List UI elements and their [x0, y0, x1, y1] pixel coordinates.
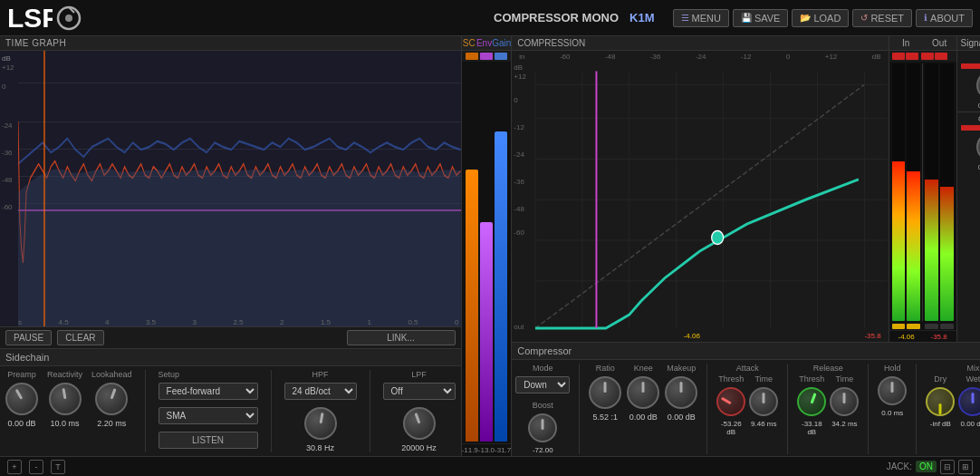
out-r-bar — [940, 63, 954, 321]
attack-time-group: Time 9.46 ms — [749, 374, 778, 436]
signal-output-group: Output 0.00 dB — [957, 112, 980, 173]
y-label-0: 0 — [2, 83, 5, 91]
out-peak-label: -35.8 — [924, 333, 955, 341]
out-l-fill — [925, 180, 938, 321]
comp-bottom-labels: -4.06 -35.8 — [512, 332, 888, 340]
plugin-mode: K1M — [629, 11, 654, 24]
menu-button[interactable]: ☰ MENU — [673, 9, 729, 27]
preamp-knob[interactable] — [5, 383, 38, 415]
text-icon[interactable]: T — [51, 460, 65, 474]
io-meters-section: In Out — [889, 36, 956, 342]
about-button[interactable]: ℹ ABOUT — [916, 9, 973, 27]
out-l-indicator — [921, 53, 934, 60]
time-graph-header: TIME GRAPH — [0, 36, 461, 51]
hpf-knob[interactable] — [304, 407, 337, 440]
release-time-knob[interactable] — [830, 387, 859, 416]
in-peak-val: -4.06 — [684, 332, 700, 340]
attack-thresh-knob[interactable] — [716, 387, 745, 416]
knee-knob[interactable] — [627, 376, 659, 409]
release-time-value: 34.2 ms — [831, 420, 857, 428]
preamp-value: 0.00 dB — [7, 419, 35, 428]
y-label-36: -36 — [2, 149, 13, 157]
input-value: 0.00 dB — [961, 102, 980, 110]
time-graph-panel: TIME GRAPH dB +12 0 -24 -36 -48 -60 — [0, 36, 461, 348]
gain-indicator — [495, 53, 507, 60]
lookahead-knob[interactable] — [95, 383, 128, 415]
makeup-knob[interactable] — [665, 376, 697, 409]
knee-value: 0.00 dB — [629, 413, 658, 422]
out-l-bar — [925, 63, 938, 321]
load-button[interactable]: 📂 LOAD — [792, 9, 849, 27]
output-knob[interactable] — [976, 132, 980, 161]
link-button[interactable]: LINK... — [347, 330, 456, 345]
graph-controls: PAUSE CLEAR LINK... — [0, 326, 461, 348]
io-divider — [919, 53, 920, 60]
lpf-label: LPF — [411, 370, 427, 379]
time-graph-canvas[interactable]: dB +12 0 -24 -36 -48 -60 — [0, 51, 461, 326]
lpf-slope-select[interactable]: Off — [383, 383, 456, 400]
input-knob[interactable] — [976, 71, 980, 100]
hpf-slope-select[interactable]: 24 dB/oct — [284, 383, 357, 400]
wet-knob[interactable] — [958, 387, 980, 416]
boost-knob[interactable] — [528, 413, 557, 442]
comp-div3 — [787, 364, 788, 454]
io-values: -4.06 -35.8 — [889, 330, 956, 342]
in-l-indicator — [892, 53, 905, 60]
in-l-peak — [892, 324, 906, 329]
makeup-label: Makeup — [667, 364, 696, 373]
divider1 — [145, 370, 146, 452]
listen-button[interactable]: LISTEN — [159, 432, 258, 449]
divider3 — [370, 370, 370, 452]
sc-bar — [466, 170, 478, 442]
reset-icon: ↺ — [860, 13, 868, 23]
add-icon[interactable]: + — [7, 460, 22, 474]
sidechain-panel: Sidechain Preamp 0.00 dB Reactivity 10.0… — [0, 348, 461, 456]
peak-divider — [922, 324, 923, 329]
about-icon: ℹ — [924, 13, 927, 23]
save-button[interactable]: 💾 SAVE — [733, 9, 789, 27]
out-r-fill — [940, 187, 954, 321]
pause-button[interactable]: PAUSE — [5, 330, 52, 345]
mode-select[interactable]: Down — [515, 376, 570, 393]
attack-thresh-group: Thresh -53.26 dB — [716, 374, 745, 436]
logo: LSP — [7, 2, 82, 34]
minus-icon[interactable]: - — [29, 460, 43, 474]
attack-time-knob[interactable] — [749, 387, 778, 416]
gain-bar-wrap — [495, 63, 507, 442]
status-bar: + - T JACK: ON ⊟ ⊞ — [0, 456, 980, 476]
preamp-group: Preamp 0.00 dB — [5, 370, 38, 428]
output-meter-bar — [961, 125, 980, 131]
jack-icon2[interactable]: ⊞ — [958, 460, 973, 474]
ratio-knob[interactable] — [589, 376, 621, 409]
seg-values: -11.9 -13.0 -31.7 — [462, 443, 512, 456]
in-col-label: In — [889, 36, 923, 50]
sidechain-controls: Preamp 0.00 dB Reactivity 10.0 ms Lookah… — [0, 366, 461, 456]
lpf-knob[interactable] — [403, 407, 436, 440]
release-thresh-knob[interactable] — [797, 387, 826, 416]
compression-header: COMPRESSION — [512, 36, 888, 51]
compression-graph[interactable]: in -60 -48 -36 -24 -12 0 +12 dB dB +12 0 — [512, 51, 888, 342]
mode-label: Mode — [533, 364, 553, 373]
in-r-peak — [907, 324, 920, 329]
reactivity-knob[interactable] — [49, 383, 82, 415]
attack-thresh-value: -53.26 dB — [716, 420, 745, 436]
in-r-fill — [907, 171, 920, 321]
sma-select[interactable]: SMA — [159, 407, 258, 424]
sidechain-header: Sidechain — [0, 349, 461, 366]
x-axis-labels: s 4.5 4 3.5 3 2.5 2 1.5 1 0.5 0 — [16, 318, 461, 326]
clear-button[interactable]: CLEAR — [57, 330, 103, 345]
io-indicators — [889, 51, 956, 62]
mix-inner: Dry -inf dB Wet 0.00 dB Dry/Wet 1 — [926, 374, 980, 428]
hold-knob[interactable] — [878, 376, 907, 405]
env-value: -13.0 — [478, 446, 495, 454]
gain-col-label: Gain — [492, 38, 511, 48]
dry-knob[interactable] — [926, 387, 955, 416]
sc-indicator — [466, 53, 478, 60]
jack-icon1[interactable]: ⊟ — [940, 460, 955, 474]
env-col-label: Env — [476, 38, 492, 48]
seg-bars — [462, 62, 512, 443]
ratio-label: Ratio — [596, 364, 615, 373]
y-label-12: +12 — [2, 63, 14, 72]
reset-button[interactable]: ↺ RESET — [852, 9, 912, 27]
feedforward-select[interactable]: Feed-forward — [159, 383, 258, 400]
